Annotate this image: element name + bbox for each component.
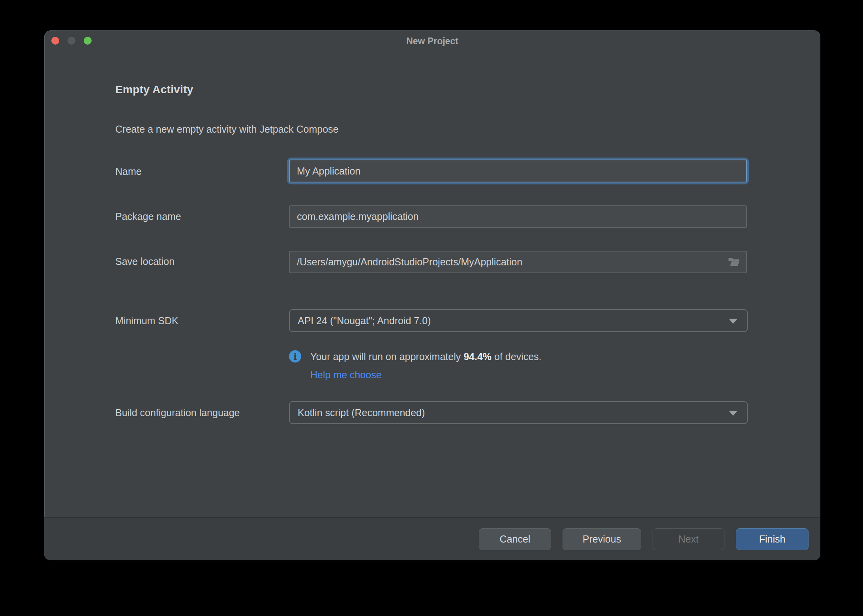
next-button[interactable]: Next: [653, 528, 724, 550]
folder-open-icon[interactable]: [726, 256, 741, 268]
page-title: Empty Activity: [115, 83, 193, 96]
sdk-coverage-text: Your app will run on approximately 94.4%…: [310, 351, 542, 362]
build-configuration-label: Build configuration language: [115, 407, 240, 419]
build-configuration-dropdown[interactable]: Kotlin script (Recommended): [289, 401, 748, 424]
triangle-down-icon: [729, 411, 737, 416]
help-me-choose-link[interactable]: Help me choose: [310, 369, 382, 381]
save-location-label: Save location: [115, 256, 174, 267]
dialog-footer: Cancel Previous Next Finish: [44, 517, 820, 560]
page-subtitle: Create a new empty activity with Jetpack…: [115, 124, 339, 135]
previous-button[interactable]: Previous: [563, 528, 641, 550]
package-name-input[interactable]: com.example.myapplication: [289, 205, 747, 228]
build-configuration-selected-value: Kotlin script (Recommended): [298, 407, 425, 419]
name-input[interactable]: My Application: [289, 160, 747, 182]
triangle-down-icon: [729, 319, 737, 324]
minimum-sdk-selected-value: API 24 ("Nougat"; Android 7.0): [298, 315, 431, 327]
finish-button[interactable]: Finish: [736, 528, 809, 550]
new-project-dialog: New Project Empty Activity Create a new …: [44, 30, 820, 560]
sdk-coverage-text-before: Your app will run on approximately: [310, 351, 463, 362]
package-name-label: Package name: [115, 211, 181, 222]
minimum-sdk-dropdown[interactable]: API 24 ("Nougat"; Android 7.0): [289, 309, 748, 332]
name-label: Name: [115, 166, 142, 177]
minimum-sdk-label: Minimum SDK: [115, 315, 178, 327]
sdk-coverage-text-after: of devices.: [492, 351, 541, 362]
package-name-input-value: com.example.myapplication: [297, 211, 418, 222]
window-title: New Project: [44, 36, 820, 47]
cancel-button[interactable]: Cancel: [479, 528, 551, 550]
sdk-coverage-percent: 94.4%: [463, 351, 492, 362]
title-bar: New Project: [44, 30, 820, 53]
save-location-input[interactable]: /Users/amygu/AndroidStudioProjects/MyApp…: [289, 251, 747, 273]
info-icon: [289, 350, 301, 362]
name-input-value: My Application: [297, 165, 360, 177]
save-location-input-value: /Users/amygu/AndroidStudioProjects/MyApp…: [297, 256, 522, 268]
